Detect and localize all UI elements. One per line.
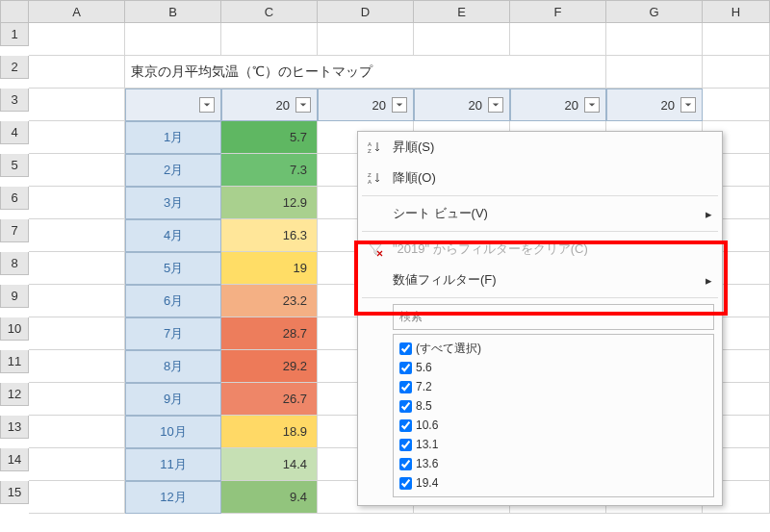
row-header[interactable]: 2	[0, 56, 29, 79]
cell[interactable]	[29, 252, 125, 285]
checkbox[interactable]	[399, 400, 412, 413]
value-cell[interactable]: 19	[221, 252, 318, 285]
month-cell[interactable]: 8月	[125, 350, 221, 383]
checkbox[interactable]	[399, 381, 412, 393]
cell[interactable]	[29, 448, 125, 481]
checkbox[interactable]	[399, 342, 412, 355]
cell[interactable]	[318, 23, 414, 56]
value-cell[interactable]: 23.2	[221, 285, 318, 317]
cell[interactable]	[29, 89, 125, 121]
row-header[interactable]: 15	[0, 481, 29, 504]
filter-dropdown-button[interactable]	[392, 97, 407, 113]
row-header[interactable]: 8	[0, 252, 29, 275]
cell[interactable]	[29, 350, 125, 383]
row-header[interactable]: 6	[0, 187, 29, 210]
month-cell[interactable]: 1月	[125, 121, 221, 154]
filter-header[interactable]: 20	[221, 89, 318, 121]
row-header[interactable]: 1	[0, 23, 29, 46]
filter-header[interactable]: 20	[510, 89, 606, 121]
row-header[interactable]: 12	[0, 383, 29, 406]
value-cell[interactable]: 16.3	[221, 219, 318, 252]
filter-check-item[interactable]: 8.5	[399, 396, 707, 416]
cell[interactable]	[29, 56, 125, 89]
filter-search-input[interactable]: 検索	[393, 304, 714, 330]
month-cell[interactable]: 9月	[125, 383, 221, 416]
filter-header[interactable]: 20	[606, 89, 703, 121]
month-cell[interactable]: 2月	[125, 154, 221, 187]
cell[interactable]	[414, 23, 510, 56]
cell[interactable]	[29, 154, 125, 187]
sheet-view-item[interactable]: シート ビュー(V) ▸	[358, 198, 722, 229]
cell[interactable]	[29, 23, 125, 56]
checkbox[interactable]	[399, 419, 412, 432]
month-cell[interactable]: 12月	[125, 481, 221, 514]
value-cell[interactable]: 5.7	[221, 121, 318, 154]
filter-dropdown-button[interactable]	[584, 97, 600, 113]
value-cell[interactable]: 26.7	[221, 383, 318, 416]
cell[interactable]	[606, 23, 703, 56]
chart-title[interactable]: 東京の月平均気温（℃）のヒートマップ	[125, 56, 510, 89]
cell[interactable]	[29, 383, 125, 416]
filter-header-blank[interactable]	[125, 89, 221, 121]
filter-check-item[interactable]: 19.4	[399, 473, 707, 493]
value-cell[interactable]: 9.4	[221, 481, 318, 514]
checkbox[interactable]	[399, 477, 412, 490]
cell[interactable]	[510, 23, 606, 56]
month-cell[interactable]: 6月	[125, 285, 221, 317]
checkbox[interactable]	[399, 439, 412, 451]
month-cell[interactable]: 3月	[125, 187, 221, 219]
cell[interactable]	[221, 23, 318, 56]
row-header[interactable]: 5	[0, 154, 29, 177]
month-cell[interactable]: 4月	[125, 219, 221, 252]
col-header[interactable]: H	[703, 0, 770, 23]
checkbox[interactable]	[399, 458, 412, 470]
filter-dropdown-button[interactable]	[488, 97, 503, 113]
sort-descending-item[interactable]: ZA 降順(O)	[358, 163, 722, 193]
value-cell[interactable]: 12.9	[221, 187, 318, 219]
filter-header[interactable]: 20	[318, 89, 414, 121]
filter-dropdown-button[interactable]	[680, 97, 696, 113]
filter-check-item[interactable]: 7.2	[399, 377, 707, 396]
filter-check-item[interactable]: 5.6	[399, 358, 707, 377]
value-cell[interactable]: 29.2	[221, 350, 318, 383]
col-header[interactable]: G	[606, 0, 703, 23]
month-cell[interactable]: 7月	[125, 317, 221, 350]
cell[interactable]	[703, 89, 770, 121]
col-header[interactable]: B	[125, 0, 221, 23]
row-header[interactable]: 4	[0, 121, 29, 144]
month-cell[interactable]: 5月	[125, 252, 221, 285]
cell[interactable]	[606, 56, 703, 89]
value-cell[interactable]: 28.7	[221, 317, 318, 350]
row-header[interactable]: 10	[0, 317, 29, 341]
value-cell[interactable]: 14.4	[221, 448, 318, 481]
filter-header[interactable]: 20	[414, 89, 510, 121]
row-header[interactable]: 3	[0, 89, 29, 112]
row-header[interactable]: 7	[0, 219, 29, 242]
row-header[interactable]: 13	[0, 416, 29, 439]
col-header[interactable]: C	[221, 0, 318, 23]
sort-ascending-item[interactable]: AZ 昇順(S)	[358, 132, 722, 163]
col-header[interactable]: E	[414, 0, 510, 23]
checkbox[interactable]	[399, 362, 412, 374]
cell[interactable]	[29, 317, 125, 350]
cell[interactable]	[703, 56, 770, 89]
row-header[interactable]: 11	[0, 350, 29, 373]
col-header[interactable]: F	[510, 0, 606, 23]
filter-check-item[interactable]: 10.6	[399, 416, 707, 435]
cell[interactable]	[29, 481, 125, 514]
filter-dropdown-button[interactable]	[295, 97, 311, 113]
cell[interactable]	[29, 219, 125, 252]
value-cell[interactable]: 7.3	[221, 154, 318, 187]
cell[interactable]	[29, 416, 125, 448]
cell[interactable]	[29, 121, 125, 154]
month-cell[interactable]: 11月	[125, 448, 221, 481]
col-header[interactable]: A	[29, 0, 125, 23]
value-cell[interactable]: 18.9	[221, 416, 318, 448]
cell[interactable]	[29, 285, 125, 317]
filter-check-item[interactable]: 13.6	[399, 454, 707, 473]
cell[interactable]	[703, 23, 770, 56]
filter-check-item[interactable]: 13.1	[399, 435, 707, 454]
col-header[interactable]: D	[318, 0, 414, 23]
filter-check-item[interactable]: (すべて選択)	[399, 339, 707, 358]
cell[interactable]	[29, 187, 125, 219]
